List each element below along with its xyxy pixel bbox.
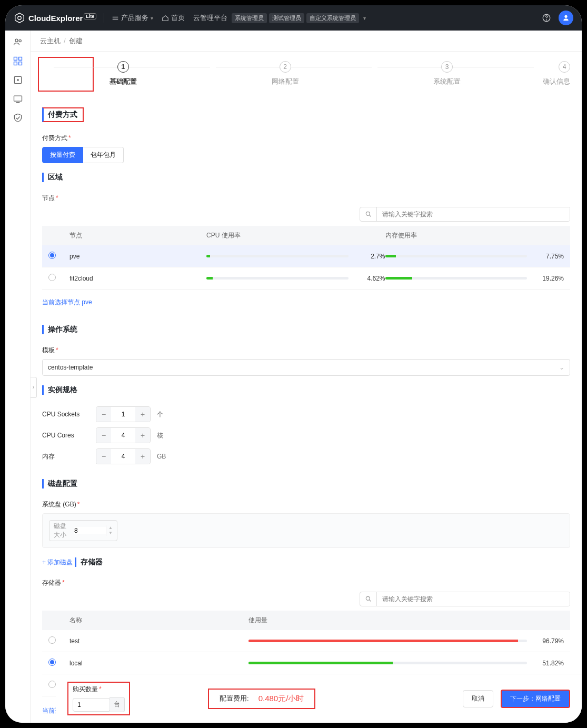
- sidebar-monitor-icon[interactable]: [13, 94, 23, 104]
- brand-logo: CloudExplorerLite: [14, 12, 96, 24]
- sidebar-users-icon[interactable]: [13, 37, 23, 47]
- col-mem: 内存使用率: [385, 231, 528, 240]
- spec-cpu-sockets: CPU Sockets −+ 个: [42, 406, 570, 422]
- payment-toggle: 按量付费 包年包月: [42, 147, 570, 163]
- sidebar-vm-icon[interactable]: [13, 56, 23, 66]
- nav-products[interactable]: 产品服务▾: [112, 13, 153, 23]
- user-icon: [562, 14, 570, 22]
- role-tag[interactable]: 测试管理员: [269, 13, 304, 23]
- pay-monthly[interactable]: 包年包月: [83, 147, 124, 163]
- svg-marker-0: [15, 13, 24, 23]
- disk-size-label: 磁盘大小: [54, 522, 73, 540]
- step-up[interactable]: ▲: [106, 525, 115, 531]
- svg-point-6: [546, 19, 547, 20]
- spec-cpu-cores: CPU Cores −+ 核: [42, 427, 570, 443]
- step-basic[interactable]: 1基础配置: [42, 61, 204, 86]
- node-search: [360, 207, 570, 222]
- qty-unit: 台: [110, 697, 125, 712]
- col-name: 名称: [69, 616, 248, 625]
- template-select[interactable]: centos-template⌄: [42, 359, 570, 376]
- node-row[interactable]: pve 2.7% 7.75%: [42, 245, 570, 267]
- radio[interactable]: [48, 636, 56, 644]
- usage-pct: 51.82%: [527, 660, 564, 667]
- svg-rect-15: [14, 96, 22, 101]
- svg-point-1: [18, 16, 21, 19]
- chevron-down-icon[interactable]: ▾: [363, 15, 366, 21]
- section-region: 区域: [42, 173, 63, 182]
- node-name: fit2cloud: [69, 275, 206, 282]
- cores-input[interactable]: [111, 428, 135, 443]
- crumb-current: 创建: [69, 36, 83, 46]
- disk-label: 系统盘 (GB)*: [42, 500, 570, 509]
- svg-line-20: [369, 600, 371, 602]
- plus-button[interactable]: +: [135, 449, 150, 464]
- node-row[interactable]: fit2cloud 4.62% 19.26%: [42, 267, 570, 290]
- radio[interactable]: [48, 274, 56, 281]
- minus-button[interactable]: −: [96, 428, 111, 443]
- minus-button[interactable]: −: [96, 407, 111, 422]
- role-tag[interactable]: 系统管理员: [232, 13, 267, 23]
- sidebar-shield-icon[interactable]: [13, 113, 23, 123]
- col-usage: 使用量: [248, 616, 527, 625]
- node-table: 节点 CPU 使用率 内存使用率 pve 2.7% 7.75%: [42, 226, 570, 290]
- svg-rect-13: [14, 76, 21, 83]
- svg-rect-11: [14, 62, 17, 65]
- payment-label: 付费方式*: [42, 134, 570, 143]
- svg-point-17: [366, 212, 370, 215]
- radio[interactable]: [48, 659, 56, 666]
- storage-search-input[interactable]: [377, 592, 570, 606]
- plus-button[interactable]: +: [135, 407, 150, 422]
- nav-home[interactable]: 首页: [162, 13, 185, 23]
- home-icon: [162, 14, 169, 22]
- app-header: CloudExplorerLite 产品服务▾ 首页 云管理平台 系统管理员 测…: [5, 5, 582, 31]
- col-node: 节点: [69, 231, 206, 240]
- section-storage: 存储器: [75, 557, 103, 567]
- svg-line-18: [369, 215, 371, 217]
- storage-search: [360, 592, 570, 606]
- qty-input[interactable]: [77, 701, 109, 709]
- role-tag[interactable]: 自定义系统管理员: [306, 13, 359, 23]
- add-disk-link[interactable]: + 添加磁盘: [42, 558, 73, 567]
- spec-memory: 内存 −+ GB: [42, 448, 570, 464]
- disk-size-input[interactable]: [74, 527, 106, 534]
- radio[interactable]: [48, 252, 56, 259]
- storage-row[interactable]: test 96.79%: [42, 630, 570, 652]
- step-confirm[interactable]: 4确认信息: [528, 61, 570, 86]
- search-icon[interactable]: [360, 592, 377, 606]
- section-os: 操作系统: [42, 325, 77, 334]
- section-disk: 磁盘配置: [42, 479, 77, 488]
- svg-point-7: [15, 39, 18, 42]
- pay-ondemand[interactable]: 按量付费: [42, 147, 83, 163]
- step-network[interactable]: 2网络配置: [204, 61, 366, 86]
- qty-block: 购买数量* ▲▼ 台: [67, 682, 130, 715]
- qty-label: 购买数量: [73, 685, 98, 693]
- next-button[interactable]: 下一步：网络配置: [501, 690, 570, 708]
- node-search-input[interactable]: [377, 207, 570, 221]
- logo-icon: [14, 12, 25, 24]
- help-icon[interactable]: [542, 13, 551, 23]
- platform-label: 云管理平台: [193, 13, 227, 23]
- sockets-input[interactable]: [111, 407, 135, 422]
- step-system[interactable]: 3系统配置: [366, 61, 528, 86]
- storage-row[interactable]: local 51.82%: [42, 652, 570, 674]
- sidebar-collapse[interactable]: ›: [31, 377, 37, 398]
- search-icon[interactable]: [360, 207, 377, 221]
- memory-input[interactable]: [111, 449, 135, 464]
- storage-name: local: [69, 660, 248, 667]
- selected-node-text: 当前选择节点 pve: [42, 298, 570, 307]
- sidebar-disk-icon[interactable]: [13, 75, 23, 85]
- radio[interactable]: [48, 681, 56, 688]
- mem-pct: 7.75%: [527, 253, 564, 260]
- svg-rect-10: [18, 57, 22, 61]
- section-spec: 实例规格: [42, 385, 77, 395]
- cancel-button[interactable]: 取消: [463, 690, 493, 707]
- crumb-parent[interactable]: 云主机: [40, 36, 61, 46]
- usage-pct: 96.79%: [527, 637, 564, 645]
- user-avatar[interactable]: [559, 11, 573, 25]
- node-label: 节点*: [42, 194, 570, 203]
- breadcrumb: 云主机 / 创建: [31, 31, 582, 52]
- cpu-pct: 2.7%: [349, 253, 385, 260]
- minus-button[interactable]: −: [96, 449, 111, 464]
- step-down[interactable]: ▼: [106, 531, 115, 536]
- plus-button[interactable]: +: [135, 428, 150, 443]
